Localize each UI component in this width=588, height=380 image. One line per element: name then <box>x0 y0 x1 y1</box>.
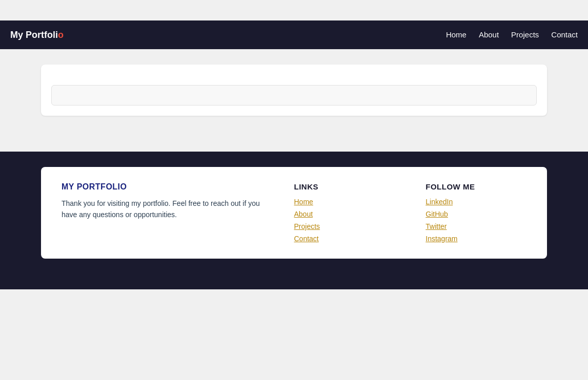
footer-link-projects: Projects <box>294 222 395 231</box>
footer-link-about-anchor[interactable]: About <box>294 210 313 218</box>
footer-social-title: FOLLOW ME <box>425 182 526 191</box>
footer-links-column: LINKS Home About Projects Contact <box>294 182 395 243</box>
nav-link-home[interactable]: Home <box>446 30 467 39</box>
footer-link-contact-anchor[interactable]: Contact <box>294 235 319 243</box>
bottom-bar <box>0 289 588 351</box>
nav-item-projects: Projects <box>511 30 539 39</box>
footer-social-twitter-anchor[interactable]: Twitter <box>425 222 447 230</box>
main-content <box>0 49 588 152</box>
navbar: My Portfolio Home About Projects Contact <box>0 20 588 49</box>
footer-brand-column: MY PORTFOLIO Thank you for visiting my p… <box>62 182 263 243</box>
footer-link-about: About <box>294 209 395 219</box>
nav-link-about[interactable]: About <box>479 30 499 39</box>
footer-social-linkedin: LinkedIn <box>425 197 526 206</box>
footer-social-twitter: Twitter <box>425 222 526 231</box>
footer-links-list: Home About Projects Contact <box>294 197 395 243</box>
footer-social-github-anchor[interactable]: GitHub <box>425 210 448 218</box>
footer-link-home-anchor[interactable]: Home <box>294 198 313 206</box>
content-card <box>41 65 547 116</box>
footer-social-instagram: Instagram <box>425 234 526 243</box>
footer-social-linkedin-anchor[interactable]: LinkedIn <box>425 198 453 206</box>
top-bar <box>0 0 588 20</box>
footer-brand-title: MY PORTFOLIO <box>62 182 263 192</box>
nav-link-contact[interactable]: Contact <box>551 30 578 39</box>
inner-bar <box>51 85 537 105</box>
footer-social-list: LinkedIn GitHub Twitter Instagram <box>425 197 526 243</box>
navbar-links: Home About Projects Contact <box>446 30 578 39</box>
footer-links-title: LINKS <box>294 182 395 191</box>
nav-item-about: About <box>479 30 499 39</box>
footer-social-instagram-anchor[interactable]: Instagram <box>425 235 457 243</box>
navbar-brand[interactable]: My Portfolio <box>10 30 64 40</box>
navbar-brand-accent: o <box>58 30 64 40</box>
footer-social-github: GitHub <box>425 209 526 219</box>
footer-link-projects-anchor[interactable]: Projects <box>294 222 320 230</box>
footer-section: MY PORTFOLIO Thank you for visiting my p… <box>0 152 588 289</box>
footer-link-contact: Contact <box>294 234 395 243</box>
nav-item-contact: Contact <box>551 30 578 39</box>
footer-link-home: Home <box>294 197 395 206</box>
footer-card: MY PORTFOLIO Thank you for visiting my p… <box>41 167 547 259</box>
nav-link-projects[interactable]: Projects <box>511 30 539 39</box>
footer-brand-description: Thank you for visiting my portfolio. Fee… <box>62 198 263 221</box>
footer-social-column: FOLLOW ME LinkedIn GitHub Twitter Instag… <box>425 182 526 243</box>
nav-item-home: Home <box>446 30 467 39</box>
